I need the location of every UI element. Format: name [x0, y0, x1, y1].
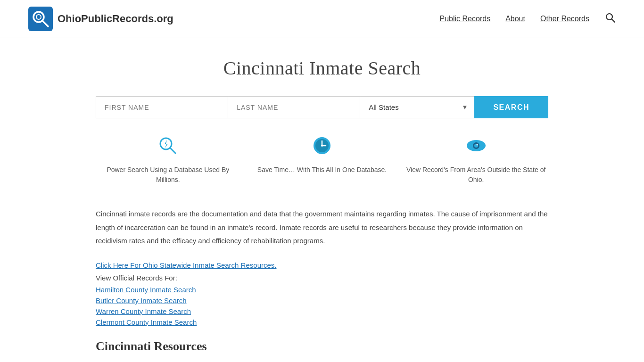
main-nav: Public Records About Other Records: [440, 12, 616, 26]
view-official-label: View Official Records For:: [96, 274, 548, 282]
feature-view-records: View Record's From Area's Outside the St…: [404, 135, 548, 185]
state-select[interactable]: All States Alabama Alaska Arizona Arkans…: [360, 96, 474, 118]
clock-icon: [312, 135, 332, 160]
svg-line-7: [170, 148, 175, 153]
logo-icon: [28, 7, 53, 31]
feature-view-records-text: View Record's From Area's Outside the St…: [404, 165, 548, 185]
svg-point-12: [321, 145, 323, 147]
statewide-link[interactable]: Click Here For Ohio Statewide Inmate Sea…: [96, 261, 548, 269]
logo-text: OhioPublicRecords.org: [58, 13, 173, 25]
butler-county-link[interactable]: Butler County Inmate Search: [96, 296, 548, 304]
feature-save-time: Save Time… With This All In One Database…: [250, 135, 395, 175]
power-search-icon: [157, 135, 178, 160]
nav-public-records[interactable]: Public Records: [440, 15, 491, 23]
page-title: Cincinnati Inmate Search: [96, 57, 548, 79]
hamilton-county-link[interactable]: Hamilton County Inmate Search: [96, 286, 548, 294]
feature-power-search: Power Search Using a Database Used By Mi…: [96, 135, 240, 185]
feature-save-time-text: Save Time… With This All In One Database…: [257, 165, 387, 175]
svg-line-5: [612, 19, 615, 23]
first-name-input[interactable]: [96, 96, 228, 118]
feature-power-search-text: Power Search Using a Database Used By Mi…: [96, 165, 240, 185]
site-header: OhioPublicRecords.org Public Records Abo…: [0, 0, 644, 38]
nav-about[interactable]: About: [505, 15, 525, 23]
clermont-county-link[interactable]: Clermont County Inmate Search: [96, 318, 548, 326]
resources-heading: Cincinnati Resources: [96, 339, 548, 354]
county-links-list: Hamilton County Inmate Search Butler Cou…: [96, 286, 548, 326]
main-content: Cincinnati Inmate Search All States Alab…: [86, 38, 558, 362]
body-paragraph: Cincinnati inmate records are the docume…: [96, 207, 548, 248]
state-select-wrap: All States Alabama Alaska Arizona Arkans…: [360, 96, 474, 118]
svg-point-16: [476, 144, 478, 146]
nav-other-records[interactable]: Other Records: [540, 15, 589, 23]
nav-search-icon[interactable]: [604, 12, 616, 26]
site-logo[interactable]: OhioPublicRecords.org: [28, 7, 173, 31]
search-bar: All States Alabama Alaska Arizona Arkans…: [96, 96, 548, 118]
search-button[interactable]: SEARCH: [474, 96, 548, 118]
last-name-input[interactable]: [228, 96, 360, 118]
warren-county-link[interactable]: Warren County Inmate Search: [96, 307, 548, 315]
eye-icon: [466, 135, 487, 160]
features-row: Power Search Using a Database Used By Mi…: [96, 135, 548, 185]
